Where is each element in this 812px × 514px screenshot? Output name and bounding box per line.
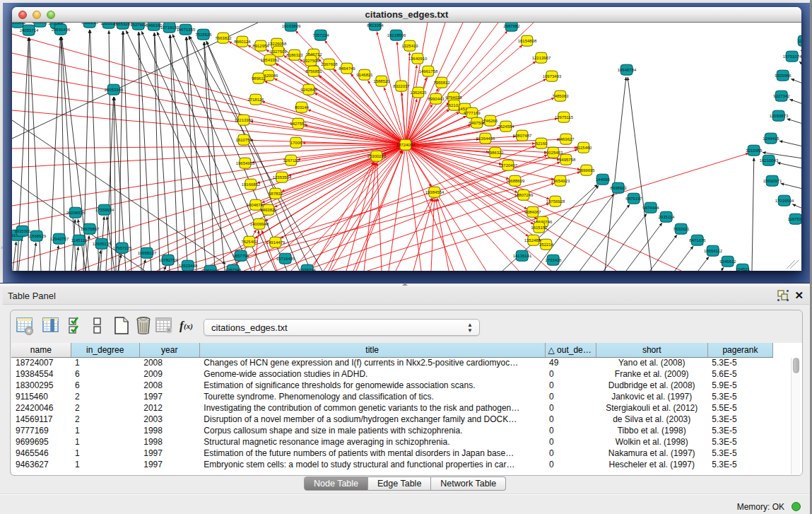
svg-text:7632621: 7632621 xyxy=(673,227,690,231)
svg-text:26053346: 26053346 xyxy=(105,88,124,92)
svg-text:9242848: 9242848 xyxy=(300,88,317,92)
svg-text:24055714: 24055714 xyxy=(20,28,39,33)
svg-text:62160: 62160 xyxy=(536,141,548,146)
svg-text:10025453: 10025453 xyxy=(544,151,563,155)
svg-text:20691406: 20691406 xyxy=(52,28,71,32)
svg-text:111245: 111245 xyxy=(797,39,801,43)
svg-text:6879197: 6879197 xyxy=(625,197,642,201)
svg-text:1610756: 1610756 xyxy=(235,138,252,142)
svg-text:9245612: 9245612 xyxy=(719,259,736,264)
svg-text:10807487: 10807487 xyxy=(513,134,532,138)
svg-text:8454749: 8454749 xyxy=(339,66,355,71)
svg-text:19654923: 19654923 xyxy=(551,179,570,183)
svg-text:18724007: 18724007 xyxy=(396,143,416,147)
svg-text:16033809: 16033809 xyxy=(282,24,301,28)
svg-text:1244415: 1244415 xyxy=(763,136,779,141)
svg-text:7986322: 7986322 xyxy=(487,151,504,155)
svg-text:19384554: 19384554 xyxy=(425,190,445,194)
svg-text:9115460: 9115460 xyxy=(576,146,593,150)
svg-text:12942757: 12942757 xyxy=(50,237,69,241)
svg-text:19166852: 19166852 xyxy=(242,182,261,187)
svg-text:803144: 803144 xyxy=(295,105,310,110)
svg-text:9777169: 9777169 xyxy=(464,111,481,115)
svg-text:10782759: 10782759 xyxy=(159,258,178,262)
svg-text:15692971: 15692971 xyxy=(763,179,782,183)
svg-text:13640910: 13640910 xyxy=(408,57,428,61)
svg-text:1145110: 1145110 xyxy=(71,238,88,243)
svg-text:1615152: 1615152 xyxy=(531,226,548,230)
svg-text:14136141: 14136141 xyxy=(513,254,532,258)
svg-text:21364436: 21364436 xyxy=(476,136,495,141)
svg-text:9329966: 9329966 xyxy=(775,74,792,78)
svg-text:9474444: 9474444 xyxy=(642,206,659,210)
svg-text:9427552: 9427552 xyxy=(290,122,307,126)
svg-text:8756851: 8756851 xyxy=(305,69,322,74)
svg-text:16671355: 16671355 xyxy=(177,28,196,32)
svg-text:17006: 17006 xyxy=(290,141,302,145)
svg-text:8186323: 8186323 xyxy=(286,53,303,57)
svg-text:6794028: 6794028 xyxy=(445,95,462,100)
svg-text:17957225: 17957225 xyxy=(113,246,132,250)
svg-text:1292344: 1292344 xyxy=(202,269,219,271)
svg-text:1029334: 1029334 xyxy=(299,268,316,271)
svg-text:104521: 104521 xyxy=(736,267,751,271)
svg-text:15716485: 15716485 xyxy=(276,257,295,261)
svg-text:8471676: 8471676 xyxy=(689,238,706,243)
svg-text:11568629: 11568629 xyxy=(28,234,47,238)
svg-text:25300213: 25300213 xyxy=(367,154,387,158)
svg-text:7515526: 7515526 xyxy=(195,33,212,37)
svg-text:3215955: 3215955 xyxy=(746,148,763,153)
svg-text:19218506: 19218506 xyxy=(387,33,406,37)
svg-text:(x): (x) xyxy=(184,322,193,331)
svg-text:7357224: 7357224 xyxy=(312,33,329,37)
svg-text:8660124: 8660124 xyxy=(234,40,251,44)
svg-text:10975867: 10975867 xyxy=(81,227,100,231)
svg-text:12093873: 12093873 xyxy=(770,114,789,118)
svg-text:12353594: 12353594 xyxy=(273,175,292,180)
svg-text:2935114: 2935114 xyxy=(659,215,676,219)
svg-text:2367608: 2367608 xyxy=(321,62,338,66)
svg-text:9327506: 9327506 xyxy=(302,59,319,63)
svg-text:3935001: 3935001 xyxy=(14,229,31,233)
svg-text:14961758: 14961758 xyxy=(419,69,438,74)
svg-text:12905135: 12905135 xyxy=(93,242,112,246)
svg-text:8990443: 8990443 xyxy=(428,97,445,101)
svg-text:9155011: 9155011 xyxy=(12,23,26,25)
svg-text:7625402: 7625402 xyxy=(241,240,258,244)
svg-text:7955812: 7955812 xyxy=(433,81,450,85)
svg-text:1167533: 1167533 xyxy=(788,217,801,221)
svg-text:18807249: 18807249 xyxy=(514,193,534,197)
svg-text:10958107: 10958107 xyxy=(138,251,157,255)
svg-text:15751074: 15751074 xyxy=(783,54,801,59)
svg-text:10654112: 10654112 xyxy=(704,249,723,253)
svg-text:16154808: 16154808 xyxy=(518,39,537,43)
svg-text:3267110: 3267110 xyxy=(283,158,300,163)
svg-text:10543362: 10543362 xyxy=(261,58,280,62)
svg-text:9146821: 9146821 xyxy=(356,73,373,77)
svg-text:19756928: 19756928 xyxy=(546,199,565,204)
svg-text:10688609: 10688609 xyxy=(506,179,525,183)
svg-text:12213967: 12213967 xyxy=(532,56,551,60)
svg-text:8322037: 8322037 xyxy=(393,84,410,88)
svg-text:8580235: 8580235 xyxy=(81,23,98,25)
svg-text:9327509: 9327509 xyxy=(270,49,287,54)
svg-text:1905514: 1905514 xyxy=(32,23,49,24)
svg-text:9084067: 9084067 xyxy=(524,210,541,214)
svg-text:9699695: 9699695 xyxy=(578,168,595,173)
svg-text:252214: 252214 xyxy=(539,243,554,247)
svg-text:7663822: 7663822 xyxy=(215,36,232,40)
svg-text:14914479: 14914479 xyxy=(266,240,286,245)
svg-text:17359934: 17359934 xyxy=(95,208,114,212)
svg-text:12923448: 12923448 xyxy=(179,264,198,268)
svg-text:144095: 144095 xyxy=(596,177,611,182)
svg-text:746266: 746266 xyxy=(483,119,498,123)
svg-text:8813054: 8813054 xyxy=(367,23,384,28)
svg-text:587832: 587832 xyxy=(269,192,283,196)
svg-text:16648784: 16648784 xyxy=(618,68,637,72)
svg-text:1527602: 1527602 xyxy=(130,23,147,27)
svg-text:1325419: 1325419 xyxy=(401,44,418,48)
svg-text:15495758: 15495758 xyxy=(557,158,576,162)
svg-text:12975115: 12975115 xyxy=(555,115,574,119)
svg-text:20206576: 20206576 xyxy=(66,211,86,215)
svg-text:989612: 989612 xyxy=(252,76,266,81)
